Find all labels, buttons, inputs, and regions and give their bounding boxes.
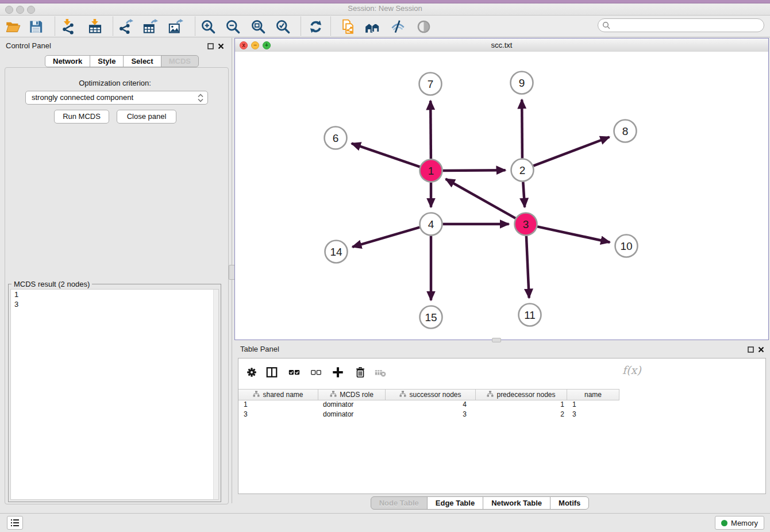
add-row-icon[interactable]: [330, 365, 345, 380]
tab-network-table[interactable]: Network Table: [483, 496, 550, 510]
table-cell[interactable]: 1: [567, 400, 619, 410]
zoom-fit-icon[interactable]: [249, 17, 267, 36]
node-1[interactable]: 1: [420, 160, 442, 182]
table-cell[interactable]: 3: [567, 410, 619, 419]
table-panel-float-icon[interactable]: [747, 346, 754, 353]
show-all-icon[interactable]: [414, 17, 433, 36]
network-splitter-handle[interactable]: [492, 338, 501, 342]
column-header-successor-nodes[interactable]: successor nodes: [386, 390, 476, 400]
edge-1-7[interactable]: [430, 101, 431, 159]
tab-motifs[interactable]: Motifs: [550, 496, 589, 510]
screen-edge: [0, 0, 770, 3]
unselect-all-columns-icon[interactable]: [309, 365, 324, 380]
column-header-name[interactable]: name: [567, 390, 619, 400]
export-table-icon[interactable]: [141, 17, 159, 36]
network-window-titlebar[interactable]: x – + scc.txt: [235, 38, 768, 52]
node-14[interactable]: 14: [325, 241, 348, 263]
control-panel-tabs: NetworkStyleSelectMCDS: [45, 55, 199, 67]
svg-text:4: 4: [428, 218, 434, 230]
import-table-icon[interactable]: [86, 17, 104, 36]
edge-1-6[interactable]: [352, 144, 420, 167]
import-network-icon[interactable]: [59, 17, 77, 36]
tab-style[interactable]: Style: [90, 55, 124, 67]
table-cell[interactable]: 3: [386, 410, 476, 419]
column-header-predecessor-nodes[interactable]: predecessor nodes: [476, 390, 567, 400]
mcds-result-title: MCDS result (2 nodes): [11, 280, 92, 288]
node-6[interactable]: 6: [325, 127, 347, 149]
open-session-icon[interactable]: [3, 17, 22, 36]
table-cell[interactable]: 1: [238, 400, 318, 410]
edge-3-11[interactable]: [526, 236, 529, 298]
network-canvas[interactable]: 7968124314101511: [235, 52, 768, 340]
delete-rows-icon[interactable]: [353, 365, 368, 380]
node-4[interactable]: 4: [420, 213, 442, 236]
node-7[interactable]: 7: [419, 73, 442, 95]
close-panel-button[interactable]: Close panel: [117, 110, 176, 124]
table-cell[interactable]: 2: [476, 410, 567, 419]
window-title: Session: New Session: [0, 4, 770, 13]
save-session-icon[interactable]: [26, 17, 45, 36]
mcds-result-list[interactable]: 13: [10, 289, 219, 500]
select-all-columns-icon[interactable]: [287, 365, 302, 380]
task-history-button[interactable]: [7, 516, 23, 530]
node-2[interactable]: 2: [511, 159, 534, 182]
column-label: name: [584, 391, 602, 399]
table-cell[interactable]: 3: [238, 410, 318, 419]
edge-3-1[interactable]: [446, 179, 515, 218]
refresh-icon[interactable]: [306, 17, 325, 36]
optimization-criterion-select[interactable]: strongly connected component: [25, 91, 208, 105]
table-panel-close-icon[interactable]: [757, 346, 765, 353]
hide-selected-icon[interactable]: [388, 17, 407, 36]
zoom-selected-icon[interactable]: [274, 17, 292, 36]
tab-mcds[interactable]: MCDS: [161, 55, 199, 67]
control-panel-close-icon[interactable]: [217, 43, 225, 50]
zoom-in-icon[interactable]: [199, 17, 217, 36]
svg-text:15: 15: [425, 311, 437, 323]
column-header-shared-name[interactable]: shared name: [238, 390, 318, 400]
node-15[interactable]: 15: [420, 306, 442, 329]
first-neighbors-icon[interactable]: [363, 17, 382, 36]
memory-status-icon: [721, 520, 727, 526]
result-line: 3: [11, 299, 218, 309]
tab-select[interactable]: Select: [123, 55, 161, 67]
node-10[interactable]: 10: [615, 235, 638, 257]
node-8[interactable]: 8: [614, 120, 637, 142]
tab-network[interactable]: Network: [45, 55, 90, 67]
svg-text:11: 11: [524, 309, 536, 321]
table-cell[interactable]: dominator: [318, 410, 386, 419]
export-image-icon[interactable]: [166, 17, 184, 36]
table-options-icon[interactable]: [244, 365, 259, 380]
tab-edge-table[interactable]: Edge Table: [427, 496, 483, 510]
list-icon: [10, 519, 20, 527]
control-panel-float-icon[interactable]: [207, 43, 214, 50]
node-3[interactable]: 3: [515, 213, 537, 236]
new-network-from-selection-icon[interactable]: [338, 17, 357, 36]
zoom-out-icon[interactable]: [224, 17, 242, 36]
table-cell[interactable]: dominator: [318, 400, 386, 410]
show-columns-icon[interactable]: [264, 365, 279, 380]
table-header-row: shared nameMCDS rolesuccessor nodesprede…: [238, 389, 619, 400]
table-cell[interactable]: 4: [386, 400, 476, 410]
edge-2-8[interactable]: [533, 137, 609, 166]
edge-3-10[interactable]: [537, 226, 610, 242]
node-11[interactable]: 11: [519, 304, 541, 326]
edge-2-9[interactable]: [522, 100, 522, 159]
svg-text:6: 6: [333, 132, 339, 144]
svg-text:10: 10: [620, 240, 632, 252]
delete-table-icon[interactable]: [373, 365, 388, 380]
table-cell[interactable]: 1: [476, 400, 567, 410]
edge-1-2[interactable]: [443, 170, 506, 171]
edge-4-14[interactable]: [352, 228, 419, 247]
memory-button[interactable]: Memory: [715, 516, 764, 530]
run-mcds-button[interactable]: Run MCDS: [54, 110, 109, 124]
column-header-mcds-role[interactable]: MCDS role: [318, 390, 386, 400]
search-input[interactable]: [612, 20, 761, 31]
tab-node-table[interactable]: Node Table: [371, 496, 428, 510]
result-scrollbar[interactable]: [213, 290, 218, 499]
function-builder-icon[interactable]: f(x): [622, 364, 641, 376]
node-9[interactable]: 9: [511, 72, 533, 94]
column-label: MCDS role: [340, 391, 374, 399]
column-label: shared name: [263, 391, 303, 399]
edge-2-3[interactable]: [523, 182, 525, 207]
export-network-icon[interactable]: [116, 17, 134, 36]
